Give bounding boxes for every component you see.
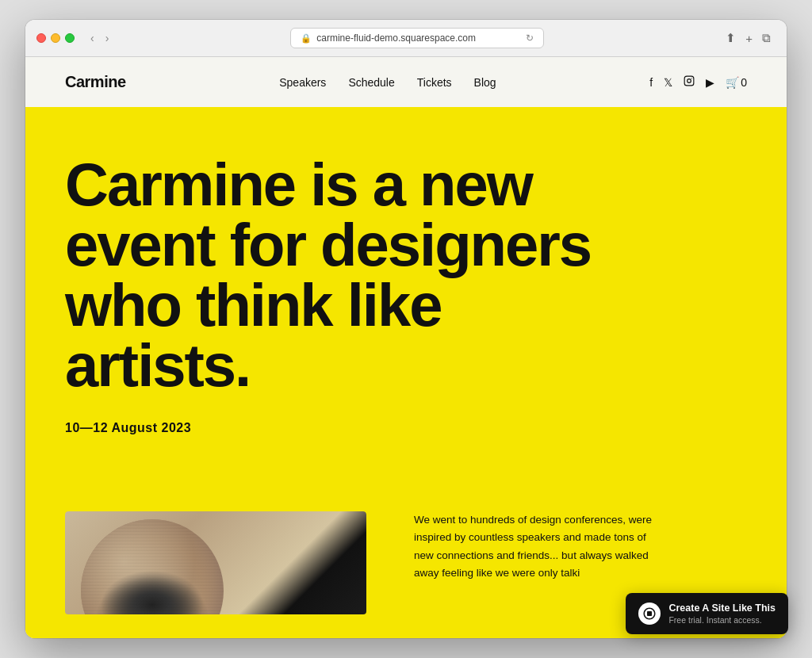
forward-button[interactable]: › bbox=[104, 33, 111, 44]
address-bar-container: 🔒 carmine-fluid-demo.squarespace.com ↻ bbox=[117, 28, 718, 48]
address-bar[interactable]: 🔒 carmine-fluid-demo.squarespace.com ↻ bbox=[290, 28, 544, 48]
artwork-circle bbox=[81, 519, 224, 614]
youtube-icon[interactable]: ▶ bbox=[706, 76, 714, 89]
squarespace-logo bbox=[638, 603, 661, 625]
squarespace-main-text: Create A Site Like This bbox=[668, 603, 776, 614]
browser-chrome: ‹ › 🔒 carmine-fluid-demo.squarespace.com… bbox=[25, 20, 787, 57]
site-logo[interactable]: Carmine bbox=[65, 73, 126, 91]
close-button[interactable] bbox=[36, 33, 46, 43]
cart-count: 0 bbox=[741, 76, 747, 89]
body-text: We went to hundreds of design conference… bbox=[414, 511, 668, 582]
squarespace-sub-text: Free trial. Instant access. bbox=[668, 615, 776, 625]
back-button[interactable]: ‹ bbox=[89, 33, 96, 44]
url-text: carmine-fluid-demo.squarespace.com bbox=[316, 33, 476, 44]
hero-image-container bbox=[65, 511, 366, 614]
lock-icon: 🔒 bbox=[301, 33, 312, 44]
nav-speakers[interactable]: Speakers bbox=[279, 76, 326, 89]
hero-image bbox=[65, 511, 366, 614]
cart-icon[interactable]: 🛒 0 bbox=[726, 76, 747, 89]
full-page: Carmine Speakers Schedule Tickets Blog f… bbox=[25, 57, 787, 638]
squarespace-text-block: Create A Site Like This Free trial. Inst… bbox=[668, 603, 776, 625]
hero-date: 10—12 August 2023 bbox=[65, 421, 747, 435]
svg-rect-3 bbox=[647, 611, 652, 616]
tab-overview-button[interactable]: ⧉ bbox=[760, 29, 772, 47]
artwork-detail bbox=[81, 519, 224, 614]
site-nav: Carmine Speakers Schedule Tickets Blog f… bbox=[25, 57, 787, 107]
nav-schedule[interactable]: Schedule bbox=[348, 76, 394, 89]
svg-point-1 bbox=[688, 79, 691, 83]
facebook-icon[interactable]: f bbox=[649, 76, 653, 89]
browser-titlebar: ‹ › 🔒 carmine-fluid-demo.squarespace.com… bbox=[25, 20, 787, 56]
nav-blog[interactable]: Blog bbox=[474, 76, 496, 89]
refresh-icon[interactable]: ↻ bbox=[526, 33, 534, 44]
svg-rect-0 bbox=[684, 76, 694, 86]
hero-headline: Carmine is a new event for designers who… bbox=[65, 155, 604, 396]
instagram-icon[interactable] bbox=[684, 75, 695, 89]
minimize-button[interactable] bbox=[51, 33, 60, 43]
cart-symbol: 🛒 bbox=[726, 76, 739, 89]
maximize-button[interactable] bbox=[65, 33, 75, 43]
nav-links: Speakers Schedule Tickets Blog bbox=[279, 76, 496, 89]
nav-tickets[interactable]: Tickets bbox=[417, 76, 452, 89]
squarespace-banner[interactable]: Create A Site Like This Free trial. Inst… bbox=[626, 593, 788, 634]
twitter-icon[interactable]: 𝕏 bbox=[664, 76, 672, 89]
share-button[interactable]: ⬆ bbox=[724, 29, 737, 47]
browser-actions: ⬆ + ⧉ bbox=[724, 29, 772, 47]
svg-point-2 bbox=[691, 78, 692, 78]
website-content: Carmine Speakers Schedule Tickets Blog f… bbox=[25, 57, 787, 638]
nav-icons: f 𝕏 ▶ 🛒 0 bbox=[649, 75, 747, 89]
squarespace-logo-svg bbox=[642, 606, 657, 621]
hero-and-below: Carmine is a new event for designers who… bbox=[25, 107, 787, 638]
traffic-lights bbox=[36, 33, 75, 43]
new-tab-button[interactable]: + bbox=[744, 30, 754, 47]
browser-window: ‹ › 🔒 carmine-fluid-demo.squarespace.com… bbox=[25, 20, 787, 638]
hero-section: Carmine is a new event for designers who… bbox=[25, 107, 787, 511]
browser-controls: ‹ › bbox=[89, 33, 110, 44]
